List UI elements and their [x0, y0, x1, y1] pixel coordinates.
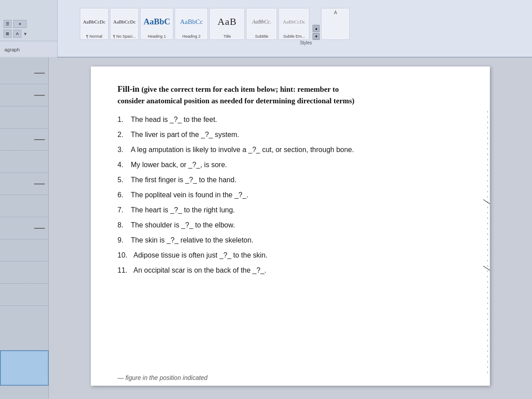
sidebar-lines-2 — [34, 94, 45, 97]
style-partial-preview: A — [334, 10, 337, 15]
dash-1 — [34, 73, 45, 74]
q-num-8: 8. — [117, 220, 131, 231]
styles-ribbon: AaBbCcDc ¶ Normal AaBbCcDc ¶ No Spaci...… — [0, 0, 532, 40]
sidebar-lines-8 — [34, 227, 45, 230]
style-subtitle-preview: AaBbCc. — [252, 10, 271, 33]
svg-line-2 — [483, 266, 490, 270]
style-subtle-em[interactable]: AaBbCcDc Subtle Em... — [278, 8, 309, 40]
document-page: Fill-in (give the correct term for each … — [91, 66, 490, 386]
dropdown-arrow: ▼ — [23, 31, 27, 36]
agraph-label: agraph — [4, 47, 57, 52]
style-partial[interactable]: A — [321, 8, 350, 40]
diagonal-decoration — [474, 111, 490, 377]
style-title[interactable]: AaB Title — [209, 8, 245, 40]
q-num-4: 4. — [117, 160, 131, 170]
sidebar-item-4 — [0, 129, 48, 151]
scroll-down-arrow[interactable]: ▼ — [313, 33, 320, 40]
dash-6 — [34, 184, 45, 184]
sidebar-item-2 — [0, 84, 48, 106]
styles-section-label: Styles — [80, 40, 532, 47]
q-num-3: 3. — [117, 145, 131, 155]
sidebar-item-9 — [0, 239, 48, 262]
q-text-10: Adipose tissue is often just _?_ to the … — [133, 250, 463, 261]
style-h1-preview: AaBbC — [144, 10, 170, 33]
question-item-9: 9. The skin is _?_ relative to the skele… — [117, 235, 463, 246]
q-text-5: The first finger is _?_ to the hand. — [131, 175, 463, 185]
svg-line-1 — [483, 200, 490, 204]
style-normal-label: ¶ Normal — [86, 34, 102, 39]
q-num-7: 7. — [117, 205, 131, 215]
style-title-label: Title — [223, 34, 231, 39]
q-text-7: The heart is _?_ to the right lung. — [131, 205, 463, 215]
q-num-1: 1. — [117, 114, 131, 125]
style-h2-label: Heading 2 — [182, 34, 200, 39]
sidebar — [0, 58, 49, 399]
style-heading2[interactable]: AaBbCc Heading 2 — [175, 8, 208, 40]
fill-in-bold: Fill-in — [117, 84, 140, 94]
sidebar-item-6 — [0, 173, 48, 195]
sidebar-item-1 — [0, 62, 48, 84]
q-text-6: The popliteal vein is found in the _?_. — [131, 190, 463, 200]
question-list: 1. The head is _?_ to the feet. 2. The l… — [117, 114, 463, 276]
sidebar-item-11 — [0, 284, 48, 306]
q-text-11: An occipital scar is on the back of the … — [133, 265, 463, 276]
question-item-7: 7. The heart is _?_ to the right lung. — [117, 205, 463, 215]
q-num-2: 2. — [117, 129, 131, 140]
style-subtleem-preview: AaBbCcDc — [283, 10, 305, 33]
q-num-5: 5. — [117, 175, 131, 185]
question-item-1: 1. The head is _?_ to the feet. — [117, 114, 463, 125]
q-text-9: The skin is _?_ relative to the skeleton… — [131, 235, 463, 246]
q-num-11: 11. — [117, 265, 133, 276]
list-icon[interactable]: ☰ — [4, 20, 12, 28]
style-subtleem-label: Subtle Em... — [283, 34, 305, 39]
style-normal[interactable]: AaBbCcDc ¶ Normal — [80, 8, 109, 40]
document-area: Fill-in (give the correct term for each … — [49, 58, 532, 399]
left-label-bar: agraph — [0, 41, 58, 58]
question-item-2: 2. The liver is part of the _?_ system. — [117, 129, 463, 140]
q-num-9: 9. — [117, 235, 131, 246]
style-normal-preview: AaBbCcDc — [83, 10, 106, 33]
q-num-6: 6. — [117, 190, 131, 200]
question-item-5: 5. The first finger is _?_ to the hand. — [117, 175, 463, 185]
sidebar-lines-6 — [34, 183, 45, 185]
fill-in-header: Fill-in (give the correct term for each … — [117, 84, 463, 94]
dash-2 — [34, 95, 45, 96]
indent-icon[interactable]: ≡ — [13, 20, 27, 28]
sidebar-item-3 — [0, 106, 48, 129]
style-subtitle-label: Subtitle — [255, 34, 268, 39]
style-subtitle[interactable]: AaBbCc. Subtitle — [246, 8, 277, 40]
q-text-2: The liver is part of the _?_ system. — [131, 129, 463, 140]
page-indicator — [0, 350, 49, 386]
style-title-preview: AaB — [218, 10, 237, 33]
style-scroll-arrows: ▲ ▼ — [313, 25, 320, 40]
bottom-text: — figure in the position indicated — [117, 374, 207, 381]
question-item-3: 3. A leg amputation is likely to involve… — [117, 145, 463, 155]
style-no-spacing[interactable]: AaBbCcDc ¶ No Spaci... — [110, 8, 139, 40]
bottom-text-content: — — [117, 374, 125, 381]
fill-in-subtitle: consider anatomical position as needed f… — [117, 96, 463, 106]
style-nospace-preview: AaBbCcDc — [113, 10, 136, 33]
q-text-8: The shoulder is _?_ to the elbow. — [131, 220, 463, 231]
question-item-6: 6. The popliteal vein is found in the _?… — [117, 190, 463, 200]
dash-8 — [34, 228, 45, 229]
sidebar-lines-4 — [34, 138, 45, 141]
dash-4 — [34, 139, 45, 140]
format-icon[interactable]: A — [13, 30, 21, 38]
nav-row-1: ☰ ≡ — [4, 20, 27, 28]
sidebar-item-7 — [0, 195, 48, 217]
sidebar-item-8 — [0, 217, 48, 239]
question-item-4: 4. My lower back, or _?_, is sore. — [117, 160, 463, 170]
style-h2-preview: AaBbCc — [180, 10, 203, 33]
q-text-3: A leg amputation is likely to involve a … — [131, 145, 463, 155]
fill-in-rest: (give the correct term for each item bel… — [140, 85, 339, 94]
sidebar-lines-1 — [34, 72, 45, 74]
style-nospace-label: ¶ No Spaci... — [113, 34, 136, 39]
question-item-11: 11. An occipital scar is on the back of … — [117, 265, 463, 276]
style-heading1[interactable]: AaBbC Heading 1 — [140, 8, 173, 40]
scroll-up-arrow[interactable]: ▲ — [313, 25, 320, 32]
table-icon[interactable]: ⊞ — [4, 30, 12, 38]
sidebar-item-10 — [0, 262, 48, 284]
style-h1-label: Heading 1 — [148, 34, 166, 39]
q-num-10: 10. — [117, 250, 133, 261]
question-item-10: 10. Adipose tissue is often just _?_ to … — [117, 250, 463, 261]
